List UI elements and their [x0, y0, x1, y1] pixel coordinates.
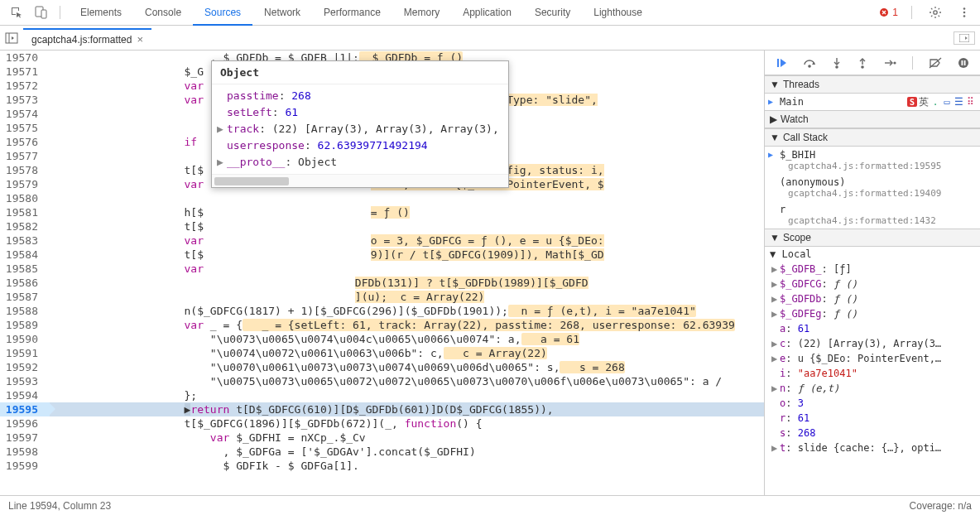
- svg-point-5: [963, 12, 966, 14]
- step-over-icon[interactable]: [803, 57, 816, 69]
- code-line[interactable]: 19598 , $_GDFGa = ['$_GDGAv'].concat($_G…: [0, 445, 764, 459]
- code-line[interactable]: 19592 "\u0070\u0061\u0073\u0073\u0074\u0…: [0, 360, 764, 374]
- resume-icon[interactable]: [776, 57, 787, 69]
- svg-point-13: [958, 58, 968, 68]
- code-line[interactable]: 19596 t[$_GDFCG(1896)][$_GDFDb(672)](_, …: [0, 416, 764, 431]
- navigator-toggle-icon[interactable]: [5, 32, 18, 44]
- cursor-position: Line 19594, Column 23: [8, 500, 111, 512]
- scope-variable[interactable]: ▶n: ƒ (e,t): [765, 381, 980, 396]
- svg-point-6: [963, 15, 966, 17]
- tab-memory[interactable]: Memory: [392, 1, 451, 24]
- popup-property[interactable]: userresponse: 62.63939771492194: [227, 137, 507, 154]
- step-into-icon[interactable]: [832, 57, 842, 69]
- close-icon[interactable]: ×: [137, 33, 143, 46]
- code-line[interactable]: 19588 n($_GDFCG(1817) + 1)[$_GDFCG(296)]…: [0, 304, 764, 318]
- sources-subbar: gcaptcha4.js:formatted ×: [0, 26, 980, 51]
- popup-property[interactable]: ▶track: (22) [Array(3), Array(3), Array(…: [227, 121, 507, 137]
- popup-title: Object: [212, 61, 508, 84]
- callstack-frame[interactable]: $_BHIHgcaptcha4.js:formatted:19595: [765, 147, 980, 174]
- device-toolbar-icon[interactable]: [31, 2, 51, 22]
- svg-point-4: [963, 7, 966, 10]
- gear-icon[interactable]: [925, 2, 945, 22]
- svg-point-10: [835, 65, 838, 69]
- code-line[interactable]: 19586 DFDb(131)] ? t[$_GDFDb(1989)][$_GD…: [0, 276, 764, 290]
- separator: [60, 6, 60, 19]
- scope-variable[interactable]: ▶$_GDFDb: ƒ (): [765, 291, 980, 306]
- watch-header[interactable]: ▶Watch: [765, 110, 980, 128]
- tab-security[interactable]: Security: [523, 1, 582, 24]
- code-editor[interactable]: 19570 , $ GDFDb = $ GDFB |1|; $ GDFDb = …: [0, 51, 765, 495]
- callstack-frame[interactable]: rgcaptcha4.js:formatted:1432: [765, 201, 980, 229]
- ime-indicator: S 英 . ▭ ☰ ⠿: [907, 97, 975, 107]
- popup-scrollbar[interactable]: [212, 174, 508, 187]
- file-tab[interactable]: gcaptcha4.js:formatted ×: [23, 28, 151, 49]
- code-line[interactable]: 19582 t[$: [0, 219, 764, 233]
- devtools-tabstrip: ElementsConsoleSourcesNetworkPerformance…: [0, 0, 980, 26]
- error-count-number: 1: [892, 7, 898, 18]
- tab-lighthouse[interactable]: Lighthouse: [582, 1, 654, 24]
- debugger-sidebar: ▼Threads Main S 英 . ▭ ☰ ⠿ ▶Watch ▼Call S…: [765, 51, 980, 495]
- code-line[interactable]: 19599 $ GDFIk - $ GDFGa[1].: [0, 459, 764, 473]
- code-line[interactable]: 19583 var o = 3, $_GDFCG = ƒ (), e = u {…: [0, 233, 764, 248]
- separator: [911, 6, 912, 19]
- scope-local-header[interactable]: ▼ Local: [765, 247, 980, 262]
- threads-header[interactable]: ▼Threads: [765, 75, 980, 94]
- scope-variable[interactable]: ▶e: u {$_DEo: PointerEvent,…: [765, 351, 980, 366]
- code-line[interactable]: 19597 var $_GDFHI = nXCp_.$_Cv: [0, 431, 764, 445]
- code-line[interactable]: 19593 "\u0075\u0073\u0065\u0072\u0072\u0…: [0, 374, 764, 388]
- tab-sources[interactable]: Sources: [193, 1, 252, 26]
- thread-main[interactable]: Main S 英 . ▭ ☰ ⠿: [765, 94, 980, 110]
- popup-property[interactable]: ▶__proto__: Object: [227, 154, 507, 171]
- deactivate-breakpoints-icon[interactable]: [929, 57, 942, 69]
- scope-variable[interactable]: ▶$_GDFEg: ƒ (): [765, 306, 980, 321]
- code-line[interactable]: 19590 "\u0073\u0065\u0074\u004c\u0065\u0…: [0, 332, 764, 346]
- code-line[interactable]: 19589 var _ = { _ = {setLeft: 61, track:…: [0, 318, 764, 332]
- tab-elements[interactable]: Elements: [69, 1, 133, 24]
- scope-variable[interactable]: a: 61: [765, 321, 980, 336]
- scope-variable[interactable]: r: 61: [765, 411, 980, 426]
- popup-property[interactable]: passtime: 268: [227, 88, 507, 104]
- code-line[interactable]: 19587 ](u); c = Array(22): [0, 290, 764, 304]
- pager-icon[interactable]: [954, 31, 975, 45]
- scope-header[interactable]: ▼Scope: [765, 229, 980, 247]
- scope-variable[interactable]: ▶$_GDFB_: [ƒ]: [765, 262, 980, 277]
- popup-property[interactable]: setLeft: 61: [227, 104, 507, 121]
- svg-rect-8: [959, 34, 969, 42]
- tab-network[interactable]: Network: [252, 1, 312, 24]
- debugger-toolbar: [765, 51, 980, 75]
- svg-point-9: [809, 65, 812, 68]
- svg-rect-14: [961, 60, 963, 65]
- svg-point-3: [934, 11, 937, 14]
- scope-variable[interactable]: o: 3: [765, 396, 980, 411]
- error-count[interactable]: 1: [879, 7, 898, 18]
- scope-variable[interactable]: ▶$_GDFCG: ƒ (): [765, 277, 980, 291]
- callstack-header[interactable]: ▼Call Stack: [765, 128, 980, 147]
- callstack-frame[interactable]: (anonymous)gcaptcha4.js:formatted:19409: [765, 174, 980, 201]
- tab-application[interactable]: Application: [451, 1, 523, 24]
- code-line[interactable]: 19584 t[$ 9)](r / t[$_GDFCG(1909)]), Mat…: [0, 248, 764, 262]
- inspect-icon[interactable]: [7, 2, 26, 22]
- code-line[interactable]: 19585 var: [0, 262, 764, 276]
- svg-point-11: [861, 65, 864, 69]
- coverage-status: Coverage: n/a: [910, 500, 972, 512]
- code-line[interactable]: 19591 "\u0074\u0072\u0061\u0063\u006b": …: [0, 346, 764, 360]
- step-out-icon[interactable]: [858, 57, 867, 69]
- code-line[interactable]: 19594 };: [0, 388, 764, 402]
- kebab-icon[interactable]: [955, 3, 973, 22]
- file-tab-label: gcaptcha4.js:formatted: [31, 34, 132, 46]
- scope-variable[interactable]: ▶t: slide {cache: {…}, opti…: [765, 440, 980, 455]
- svg-rect-15: [963, 60, 965, 65]
- tab-console[interactable]: Console: [133, 1, 193, 24]
- object-hover-popup: Object passtime: 268setLeft: 61▶track: (…: [211, 60, 509, 188]
- step-icon[interactable]: [883, 57, 896, 69]
- tab-performance[interactable]: Performance: [312, 1, 392, 24]
- code-line[interactable]: 19595 ▶return t[D$_GDFCG(610)][D$_GDFDb(…: [0, 402, 764, 416]
- scope-variable[interactable]: i: "aa7e1041": [765, 366, 980, 381]
- scope-variable[interactable]: ▶c: (22) [Array(3), Array(3…: [765, 336, 980, 351]
- code-line[interactable]: 19581 h[$ = ƒ (): [0, 205, 764, 219]
- scope-variable[interactable]: s: 268: [765, 426, 980, 440]
- separator: [912, 56, 913, 70]
- code-line[interactable]: 19580: [0, 191, 764, 205]
- svg-rect-1: [41, 10, 46, 18]
- pause-exceptions-icon[interactable]: [958, 57, 969, 69]
